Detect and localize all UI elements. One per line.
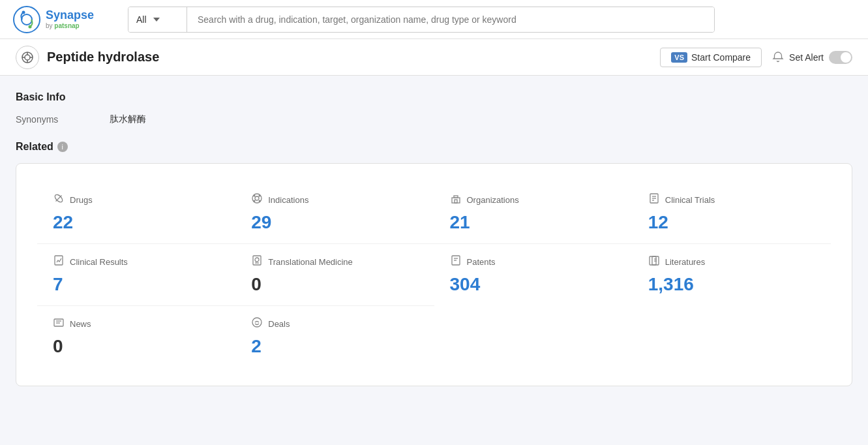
stat-item-organizations[interactable]: Organizations21 xyxy=(434,182,633,243)
stat-row: Patents xyxy=(450,254,617,269)
stat-value: 0 xyxy=(53,336,220,357)
svg-rect-18 xyxy=(452,198,460,203)
vs-badge: VS xyxy=(671,52,687,63)
alert-toggle[interactable] xyxy=(829,51,852,64)
stat-item-drugs[interactable]: Drugs22 xyxy=(37,182,235,243)
svg-rect-20 xyxy=(455,200,457,203)
stat-row: News xyxy=(53,316,220,331)
drugs-icon xyxy=(53,192,65,207)
svg-point-5 xyxy=(25,55,30,60)
svg-point-15 xyxy=(259,195,261,197)
news-icon xyxy=(53,316,65,331)
stat-value: 22 xyxy=(53,212,220,233)
stat-value: 2 xyxy=(251,336,418,357)
stat-item-translational-medicine[interactable]: Translational Medicine0 xyxy=(235,243,434,305)
svg-point-3 xyxy=(29,25,32,28)
svg-point-2 xyxy=(22,10,25,14)
stat-item-literatures[interactable]: Literatures1,316 xyxy=(633,243,831,305)
title-actions: VS Start Compare Set Alert xyxy=(660,48,852,67)
indications-icon xyxy=(251,192,263,207)
stat-value: 7 xyxy=(53,274,220,295)
set-alert-container: Set Alert xyxy=(772,51,852,64)
svg-point-16 xyxy=(259,200,261,202)
svg-point-1 xyxy=(22,14,32,25)
page-title: Peptide hydrolase xyxy=(47,50,159,65)
bell-icon xyxy=(772,52,784,63)
stat-row: Translational Medicine xyxy=(251,254,418,269)
svg-rect-19 xyxy=(454,196,458,198)
stat-item-deals[interactable]: Deals2 xyxy=(235,305,434,367)
svg-point-17 xyxy=(254,200,256,202)
stat-value: 0 xyxy=(251,274,418,295)
title-bar: Peptide hydrolase VS Start Compare Set A… xyxy=(0,39,868,76)
organizations-icon xyxy=(450,192,462,207)
stat-value: 1,316 xyxy=(648,274,815,295)
search-input[interactable] xyxy=(187,7,714,32)
basic-info-title: Basic Info xyxy=(16,91,852,103)
synonyms-label: Synonyms xyxy=(16,114,94,125)
target-icon xyxy=(16,46,39,69)
main-content: Basic Info Synonyms 肽水解酶 Related i Drugs… xyxy=(0,76,868,445)
related-title: Related xyxy=(16,141,53,153)
stat-value: 12 xyxy=(648,212,815,233)
stat-item-clinical-results[interactable]: Clinical Results7 xyxy=(37,243,235,305)
stat-item-news[interactable]: News0 xyxy=(37,305,235,367)
stat-label: Organizations xyxy=(467,195,519,205)
related-header: Related i xyxy=(16,141,852,153)
logo-by-text: by patsnap xyxy=(46,22,94,29)
stat-label: Translational Medicine xyxy=(268,257,353,267)
logo-text: Synapse by patsnap xyxy=(46,9,94,29)
svg-line-11 xyxy=(56,196,62,202)
stats-grid: Drugs22Indications29Organizations21Clini… xyxy=(37,182,831,367)
stat-label: Literatures xyxy=(665,257,705,267)
stat-label: Drugs xyxy=(70,195,93,205)
svg-point-14 xyxy=(254,195,256,197)
svg-rect-25 xyxy=(55,256,63,265)
compare-label: Start Compare xyxy=(691,52,751,63)
stat-item-clinical-trials[interactable]: Clinical Trials12 xyxy=(633,182,831,243)
logo: Synapse by patsnap xyxy=(13,6,117,33)
stat-label: Clinical Trials xyxy=(665,195,715,205)
related-info-icon[interactable]: i xyxy=(57,142,68,152)
logo-synapse-text: Synapse xyxy=(46,9,94,22)
stat-row: Literatures xyxy=(648,254,815,269)
literatures-icon xyxy=(648,254,660,269)
svg-rect-26 xyxy=(253,256,261,265)
stat-row: Clinical Results xyxy=(53,254,220,269)
stat-label: News xyxy=(70,319,91,329)
search-category-dropdown[interactable]: All xyxy=(128,7,187,32)
chevron-down-icon xyxy=(153,18,160,22)
basic-info-section: Basic Info Synonyms 肽水解酶 xyxy=(16,91,852,125)
stat-row: Drugs xyxy=(53,192,220,207)
stat-label: Indications xyxy=(268,195,308,205)
synapse-logo-icon xyxy=(13,6,40,33)
stat-item-patents[interactable]: Patents304 xyxy=(434,243,633,305)
stat-value: 21 xyxy=(450,212,617,233)
svg-point-13 xyxy=(255,196,259,200)
synonyms-value: 肽水解酶 xyxy=(110,114,146,125)
stat-row: Indications xyxy=(251,192,418,207)
translational-medicine-icon xyxy=(251,254,263,269)
stat-label: Patents xyxy=(467,257,496,267)
svg-point-0 xyxy=(14,7,40,33)
stat-label: Deals xyxy=(268,319,290,329)
stats-card: Drugs22Indications29Organizations21Clini… xyxy=(16,163,852,386)
synonyms-row: Synonyms 肽水解酶 xyxy=(16,114,852,125)
clinical-trials-icon xyxy=(648,192,660,207)
stat-item-indications[interactable]: Indications29 xyxy=(235,182,434,243)
patents-icon xyxy=(450,254,462,269)
svg-point-39 xyxy=(252,318,262,327)
stat-row: Organizations xyxy=(450,192,617,207)
deals-icon xyxy=(251,316,263,331)
crosshair-icon xyxy=(21,51,34,64)
dropdown-value: All xyxy=(136,14,147,25)
search-bar: All xyxy=(128,7,715,33)
set-alert-label: Set Alert xyxy=(789,52,824,63)
related-section: Related i Drugs22Indications29Organizati… xyxy=(16,141,852,386)
clinical-results-icon xyxy=(53,254,65,269)
stat-label: Clinical Results xyxy=(70,257,128,267)
svg-point-27 xyxy=(255,258,259,262)
title-left: Peptide hydrolase xyxy=(16,46,159,69)
start-compare-button[interactable]: VS Start Compare xyxy=(660,48,762,67)
stat-value: 304 xyxy=(450,274,617,295)
